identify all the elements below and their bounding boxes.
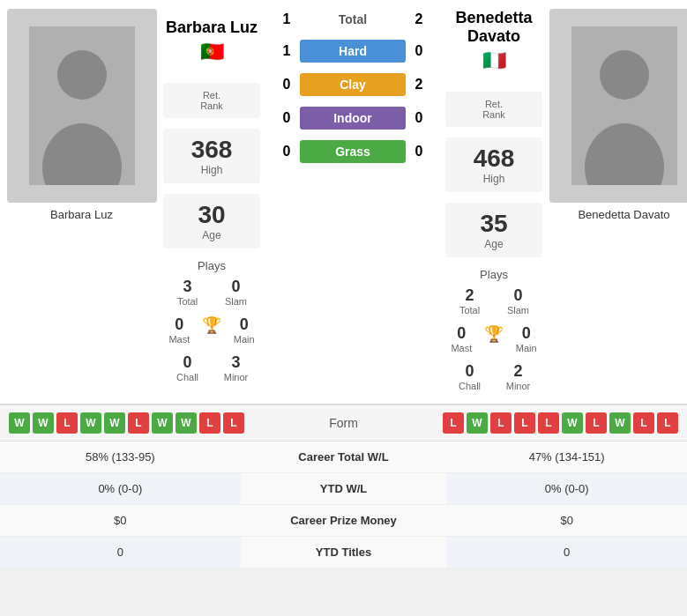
right-slam-label: Slam: [507, 305, 529, 315]
left-main-cell: 0 Main: [228, 315, 260, 345]
right-rank-box: Ret.Rank: [445, 92, 542, 127]
left-player-name: Barbara Luz: [163, 19, 260, 37]
left-rank-label: Ret.Rank: [167, 90, 257, 111]
form-badge: L: [223, 412, 244, 434]
left-total-cell: 3 Total: [163, 278, 212, 307]
form-badge: L: [586, 412, 607, 434]
form-badge: L: [657, 412, 678, 434]
left-trophy-icon: 🏆: [202, 315, 221, 335]
right-plays-label: Plays: [445, 268, 542, 281]
grass-button[interactable]: Grass: [300, 140, 406, 163]
svg-point-4: [600, 50, 649, 100]
form-badge: W: [175, 412, 197, 434]
indoor-button[interactable]: Indoor: [300, 107, 406, 130]
left-player-photo-col: Barbara Luz: [0, 0, 159, 404]
right-player-flag: 🇮🇹: [445, 49, 542, 72]
stats-table: 58% (133-95) Career Total W/L 47% (134-1…: [0, 442, 687, 568]
stats-row: $0 Career Prize Money $0: [0, 505, 687, 537]
stats-right-1: 0% (0-0): [446, 473, 687, 505]
left-age-box: 30 Age: [163, 194, 260, 249]
right-total-slam-row: 2 Total 0 Slam: [445, 286, 542, 315]
left-form-badges: WWLWWLWWLL: [9, 412, 244, 434]
stats-right-0: 47% (134-151): [446, 442, 687, 473]
indoor-surface-row: 0 Indoor 0: [265, 104, 441, 132]
right-chall-label: Chall: [459, 381, 481, 391]
right-trophy-icon: 🏆: [484, 324, 504, 344]
stats-left-2: $0: [0, 505, 241, 537]
form-badge: W: [562, 412, 583, 434]
right-age-label: Age: [449, 238, 539, 250]
stats-right-3: 0: [446, 537, 687, 568]
left-age-value: 30: [167, 201, 257, 229]
stats-label-2: Career Prize Money: [241, 505, 447, 537]
form-badge: L: [538, 412, 559, 434]
left-chall-value: 0: [183, 353, 191, 372]
left-total-slam-row: 3 Total 0 Slam: [163, 278, 260, 307]
left-total-surface: 1: [273, 11, 300, 27]
left-mast-value: 0: [175, 315, 183, 334]
right-clay: 2: [406, 77, 432, 93]
left-stats-col: Barbara Luz 🇵🇹 Ret.Rank 368 High 30 Age …: [159, 0, 265, 404]
right-form-badges: LWLLLWLWLL: [443, 412, 678, 434]
right-mast-label: Mast: [451, 343, 472, 353]
main-container: Barbara Luz Barbara Luz 🇵🇹 Ret.Rank 368 …: [0, 0, 687, 568]
left-slam-label: Slam: [225, 296, 247, 307]
right-age-box: 35 Age: [445, 203, 542, 257]
left-rank-sub: High: [167, 164, 257, 176]
left-player-name-below: Barbara Luz: [50, 208, 113, 221]
form-badge: L: [514, 412, 535, 434]
stats-right-2: $0: [446, 505, 687, 537]
right-rank-label: Ret.Rank: [449, 99, 539, 120]
right-stats-col: BenedettaDavato 🇮🇹 Ret.Rank 468 High 35 …: [441, 0, 547, 404]
clay-button[interactable]: Clay: [300, 73, 406, 96]
form-badge: W: [9, 412, 30, 434]
left-minor-cell: 3 Minor: [212, 353, 260, 382]
form-badge: W: [33, 412, 54, 434]
stats-row: 58% (133-95) Career Total W/L 47% (134-1…: [0, 442, 687, 473]
right-chall-minor-row: 0 Chall 2 Minor: [445, 362, 542, 391]
right-total-value: 2: [465, 286, 474, 305]
right-minor-label: Minor: [506, 381, 531, 391]
left-rank-box: Ret.Rank: [163, 83, 260, 118]
right-mast-value: 0: [457, 324, 466, 343]
left-clay: 0: [273, 77, 300, 93]
form-label: Form: [244, 416, 443, 430]
left-hard: 1: [273, 43, 300, 59]
form-badge: W: [104, 412, 125, 434]
left-chall-cell: 0 Chall: [163, 353, 212, 382]
left-mast-main-row: 0 Mast 🏆 0 Main: [163, 315, 260, 345]
left-grass: 0: [273, 144, 300, 160]
left-indoor: 0: [273, 110, 300, 126]
left-slam-cell: 0 Slam: [212, 278, 260, 307]
right-rank-sub: High: [449, 173, 539, 185]
left-age-label: Age: [167, 229, 257, 241]
left-minor-value: 3: [231, 353, 240, 372]
form-badge: L: [633, 412, 654, 434]
stats-row: 0% (0-0) YTD W/L 0% (0-0): [0, 473, 687, 505]
form-badge: L: [443, 412, 464, 434]
stats-left-1: 0% (0-0): [0, 473, 241, 505]
right-mast-main-row: 0 Mast 🏆 0 Main: [445, 324, 542, 353]
hard-button[interactable]: Hard: [300, 40, 406, 63]
right-rank-value: 468: [449, 145, 539, 173]
form-badge: W: [609, 412, 631, 434]
right-high-box: 468 High: [445, 137, 542, 192]
left-chall-minor-row: 0 Chall 3 Minor: [163, 353, 260, 382]
svg-point-1: [57, 50, 107, 100]
form-badge: W: [80, 412, 101, 434]
right-trophy-cell: 🏆: [478, 324, 511, 353]
right-hard: 0: [406, 43, 432, 59]
stats-label-0: Career Total W/L: [241, 442, 447, 473]
left-minor-label: Minor: [224, 372, 249, 382]
hard-surface-row: 1 Hard 0: [265, 37, 441, 65]
form-badge: W: [467, 412, 488, 434]
right-chall-cell: 0 Chall: [445, 362, 494, 391]
grass-surface-row: 0 Grass 0: [265, 137, 441, 166]
stats-label-1: YTD W/L: [241, 473, 447, 505]
center-surface-col: 1 Total 2 1 Hard 0 0 Clay 2 0 Indoor 0: [265, 0, 441, 404]
player-comparison: Barbara Luz Barbara Luz 🇵🇹 Ret.Rank 368 …: [0, 0, 687, 404]
left-high-box: 368 High: [163, 129, 260, 183]
right-indoor: 0: [406, 110, 432, 126]
right-mast-cell: 0 Mast: [445, 324, 478, 353]
form-badge: L: [56, 412, 78, 434]
